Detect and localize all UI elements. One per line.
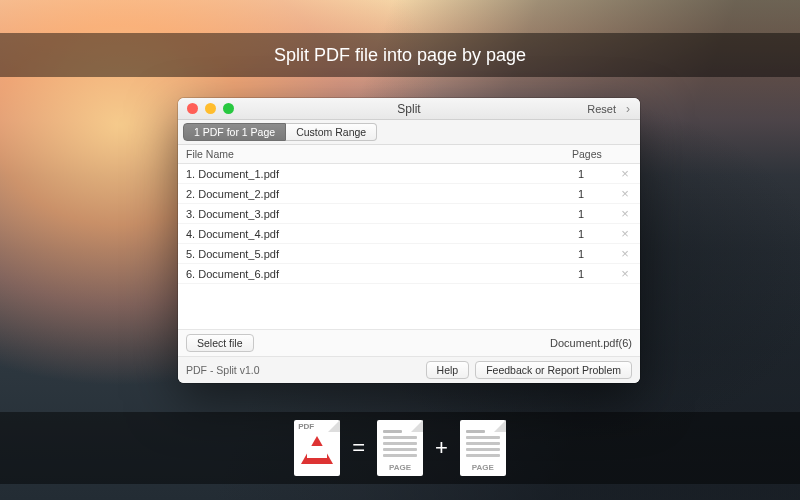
remove-icon[interactable]: × [618,267,632,280]
zoom-icon[interactable] [223,103,234,114]
remove-icon[interactable]: × [618,167,632,180]
table-row[interactable]: 5. Document_5.pdf 1 × [178,244,640,264]
pdf-badge: PDF [298,422,314,431]
page-badge: PAGE [377,463,423,472]
file-pages: 1 [578,228,618,240]
file-name: 1. Document_1.pdf [186,168,578,180]
column-filename: File Name [186,148,572,160]
file-name: 6. Document_6.pdf [186,268,578,280]
marketing-banner-bottom: PDF = PAGE + PAGE [0,412,800,484]
window-titlebar[interactable]: Split Reset › [178,98,640,120]
tab-1pdf-1page[interactable]: 1 PDF for 1 Page [183,123,286,141]
file-pages: 1 [578,208,618,220]
pdf-icon: PDF [294,420,340,476]
mode-segmented-control: 1 PDF for 1 Page Custom Range [178,120,640,145]
window-controls [178,103,234,114]
window-title: Split [178,102,640,116]
file-pages: 1 [578,268,618,280]
footer-secondary: PDF - Split v1.0 Help Feedback or Report… [178,357,640,383]
feedback-button[interactable]: Feedback or Report Problem [475,361,632,379]
table-row[interactable]: 3. Document_3.pdf 1 × [178,204,640,224]
file-name: 4. Document_4.pdf [186,228,578,240]
select-file-button[interactable]: Select file [186,334,254,352]
page-icon: PAGE [460,420,506,476]
file-pages: 1 [578,248,618,260]
remove-icon[interactable]: × [618,187,632,200]
table-row[interactable]: 2. Document_2.pdf 1 × [178,184,640,204]
file-pages: 1 [578,188,618,200]
marketing-banner-top: Split PDF file into page by page [0,33,800,77]
remove-icon[interactable]: × [618,207,632,220]
table-row[interactable]: 1. Document_1.pdf 1 × [178,164,640,184]
list-empty-space [178,284,640,330]
app-version: PDF - Split v1.0 [186,364,260,376]
app-window: Split Reset › 1 PDF for 1 Page Custom Ra… [178,98,640,383]
source-document-label: Document.pdf(6) [550,337,632,349]
file-list: 1. Document_1.pdf 1 × 2. Document_2.pdf … [178,164,640,330]
table-header: File Name Pages [178,145,640,164]
help-button[interactable]: Help [426,361,470,379]
table-row[interactable]: 4. Document_4.pdf 1 × [178,224,640,244]
file-name: 2. Document_2.pdf [186,188,578,200]
table-row[interactable]: 6. Document_6.pdf 1 × [178,264,640,284]
remove-icon[interactable]: × [618,227,632,240]
close-icon[interactable] [187,103,198,114]
file-name: 3. Document_3.pdf [186,208,578,220]
page-badge: PAGE [460,463,506,472]
plus-sign: + [427,435,456,461]
tab-custom-range[interactable]: Custom Range [286,123,377,141]
minimize-icon[interactable] [205,103,216,114]
column-pages: Pages [572,148,632,160]
reset-button[interactable]: Reset [581,103,622,115]
equals-sign: = [344,435,373,461]
page-icon: PAGE [377,420,423,476]
banner-top-text: Split PDF file into page by page [274,45,526,66]
remove-icon[interactable]: × [618,247,632,260]
chevron-right-icon[interactable]: › [622,102,640,116]
file-name: 5. Document_5.pdf [186,248,578,260]
footer-primary: Select file Document.pdf(6) [178,330,640,357]
file-pages: 1 [578,168,618,180]
